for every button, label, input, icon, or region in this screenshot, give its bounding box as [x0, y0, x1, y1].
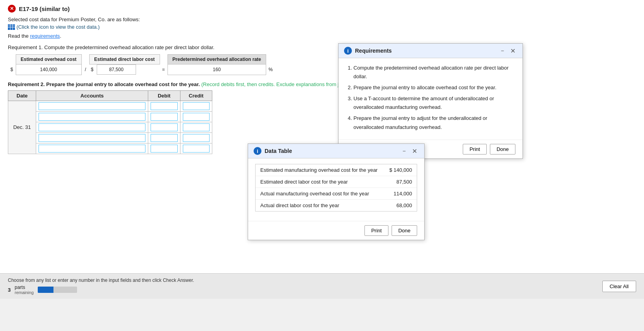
journal-account-input-1[interactable]: [39, 102, 145, 110]
requirements-done-button[interactable]: Done: [490, 144, 515, 154]
slash-1: /: [81, 64, 89, 75]
journal-credit-5[interactable]: [180, 143, 212, 154]
bottom-hint: Choose from any list or enter any number…: [8, 278, 194, 283]
requirements-close-button[interactable]: ✕: [509, 47, 517, 55]
journal-debit-2[interactable]: [148, 111, 180, 122]
formula-col1-value[interactable]: 140,000: [16, 64, 81, 75]
requirements-modal-title: Requirements: [355, 48, 392, 54]
formula-col3-header: Predetermined overhead allocation rate: [167, 55, 266, 64]
data-row-2-label: Estimated direct labor cost for the year: [256, 176, 384, 188]
journal-debit-input-1[interactable]: [151, 102, 177, 110]
journal-credit-4[interactable]: [180, 132, 212, 143]
journal-row-3: [8, 122, 212, 132]
formula-table: Estimated overhead cost Estimated direct…: [8, 54, 275, 75]
selected-cost-line: Selected cost data for Premium Poster, C…: [8, 17, 636, 22]
journal-debit-4[interactable]: [148, 132, 180, 143]
data-row-3: Actual manufacturing overhead cost for t…: [256, 188, 417, 200]
journal-account-1[interactable]: [36, 101, 148, 111]
journal-debit-input-5[interactable]: [151, 145, 177, 153]
journal-row-2: [8, 111, 212, 122]
journal-account-input-3[interactable]: [39, 123, 145, 131]
data-row-1-label: Estimated manufacturing overhead cost fo…: [256, 164, 384, 176]
journal-row-1: Dec. 31: [8, 101, 212, 111]
requirements-modal-body: Compute the predetermined overhead alloc…: [339, 58, 523, 140]
title-bar: ✕ E17-19 (similar to): [8, 5, 636, 13]
icon-click-row: (Click the icon to view the cost data.): [8, 24, 636, 31]
journal-accounts-header: Accounts: [36, 90, 148, 101]
formula-col2-header: Estimated direct labor cost: [89, 55, 160, 64]
bottom-left: Choose from any list or enter any number…: [8, 278, 194, 295]
data-table-content: Estimated manufacturing overhead cost fo…: [255, 164, 417, 211]
requirements-minimize-button[interactable]: −: [499, 48, 506, 54]
requirements-print-button[interactable]: Print: [463, 144, 487, 154]
journal-debit-input-3[interactable]: [151, 123, 177, 131]
close-icon[interactable]: ✕: [8, 5, 16, 13]
journal-debit-input-2[interactable]: [151, 113, 177, 121]
data-table-minimize-button[interactable]: −: [401, 148, 407, 154]
journal-credit-input-4[interactable]: [183, 134, 210, 142]
journal-credit-input-5[interactable]: [183, 145, 210, 153]
requirements-link[interactable]: requirements: [30, 33, 60, 39]
formula-col1-header: Estimated overhead cost: [16, 55, 81, 64]
read-text: Read the: [8, 33, 29, 39]
data-table-modal-body: Estimated manufacturing overhead cost fo…: [248, 158, 424, 221]
formula-col3-value[interactable]: 160: [167, 64, 266, 75]
journal-account-2[interactable]: [36, 111, 148, 122]
journal-date-header: Date: [8, 90, 36, 101]
data-row-3-value: 114,000: [384, 188, 417, 200]
page-title: E17-19 (similar to): [19, 6, 70, 12]
journal-account-4[interactable]: [36, 132, 148, 143]
journal-account-input-4[interactable]: [39, 134, 145, 142]
journal-credit-input-1[interactable]: [183, 102, 210, 110]
journal-credit-input-3[interactable]: [183, 123, 210, 131]
journal-debit-3[interactable]: [148, 122, 180, 132]
clear-all-button[interactable]: Clear All: [602, 281, 636, 292]
journal-date: Dec. 31: [8, 101, 36, 154]
journal-row-4: [8, 132, 212, 143]
journal-debit-header: Debit: [148, 90, 180, 101]
read-requirements-line: Read the requirements.: [8, 33, 636, 39]
data-row-4: Actual direct labor cost for the year 68…: [256, 200, 417, 211]
journal-account-input-5[interactable]: [39, 145, 145, 153]
progress-bar-fill: [38, 287, 53, 293]
journal-account-3[interactable]: [36, 122, 148, 132]
data-row-2-value: 87,500: [384, 176, 417, 188]
data-table-done-button[interactable]: Done: [392, 225, 417, 236]
parts-number: 3: [8, 287, 11, 293]
journal-credit-2[interactable]: [180, 111, 212, 122]
data-row-1-value: $ 140,000: [384, 164, 417, 176]
journal-table: Date Accounts Debit Credit Dec. 31: [8, 90, 212, 154]
journal-credit-3[interactable]: [180, 122, 212, 132]
data-table-modal-footer: Print Done: [248, 221, 424, 240]
requirements-modal: i Requirements − ✕ Compute the predeterm…: [338, 43, 523, 159]
data-row-1: Estimated manufacturing overhead cost fo…: [256, 164, 417, 176]
journal-credit-input-2[interactable]: [183, 113, 210, 121]
journal-row-5: [8, 143, 212, 154]
data-table-print-button[interactable]: Print: [364, 225, 388, 236]
bottom-parts: 3 parts remaining: [8, 285, 194, 295]
formula-section: Estimated overhead cost Estimated direct…: [8, 54, 636, 75]
info-icon: i: [344, 47, 352, 55]
journal-debit-1[interactable]: [148, 101, 180, 111]
dollar-sign-2: $: [89, 65, 95, 74]
req-item-1: Compute the predetermined overhead alloc…: [353, 64, 515, 81]
journal-account-5[interactable]: [36, 143, 148, 154]
formula-col2-value[interactable]: 87,500: [97, 64, 136, 75]
parts-label-text: parts: [15, 285, 33, 290]
requirements-list: Compute the predetermined overhead alloc…: [346, 64, 515, 132]
data-row-2: Estimated direct labor cost for the year…: [256, 176, 417, 188]
journal-debit-input-4[interactable]: [151, 134, 177, 142]
journal-credit-1[interactable]: [180, 101, 212, 111]
requirements-modal-header: i Requirements − ✕: [339, 44, 523, 58]
table-grid-icon: [8, 24, 15, 30]
journal-debit-5[interactable]: [148, 143, 180, 154]
bottom-bar: Choose from any list or enter any number…: [0, 273, 644, 299]
progress-bar: [38, 287, 77, 293]
view-cost-data-button[interactable]: (Click the icon to view the cost data.): [8, 24, 100, 30]
journal-account-input-2[interactable]: [39, 113, 145, 121]
dollar-sign-1: $: [8, 64, 16, 75]
data-table-modal: i Data Table − ✕ Estimated manufacturing…: [248, 143, 425, 240]
data-table-modal-header: i Data Table − ✕: [248, 144, 424, 158]
data-table-close-button[interactable]: ✕: [410, 147, 419, 155]
data-row-3-label: Actual manufacturing overhead cost for t…: [256, 188, 384, 200]
